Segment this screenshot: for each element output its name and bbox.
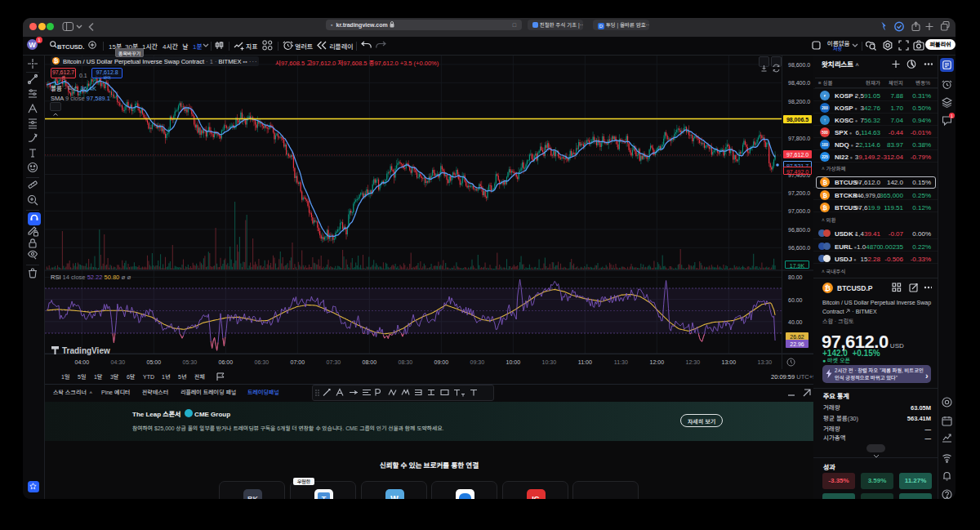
svg-text:TradingView: TradingView — [62, 345, 110, 356]
